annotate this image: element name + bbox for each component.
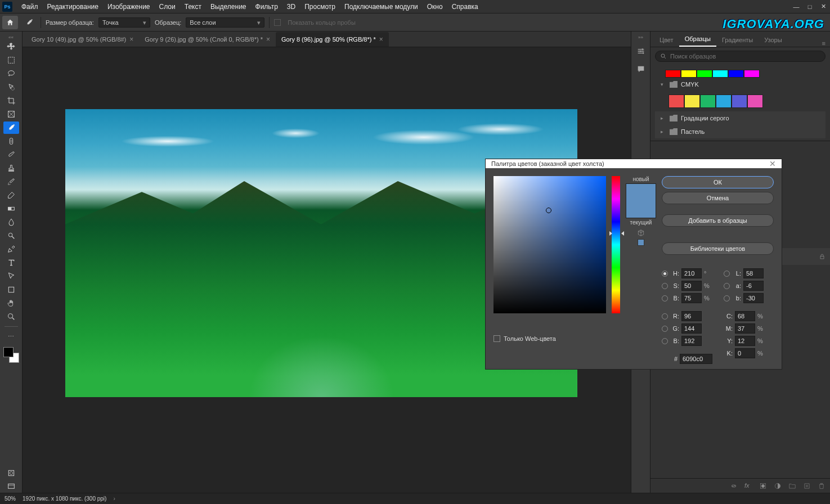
radio-a[interactable] [724,283,730,289]
tab-close-icon[interactable]: × [379,35,383,43]
radio-l[interactable] [724,271,730,277]
tab-patterns[interactable]: Узоры [759,33,787,47]
document-tab[interactable]: Gory 9 (26).jpg @ 50% (Слой 0, RGB/8*) *… [139,32,276,47]
swatch[interactable] [700,94,716,108]
menu-справка[interactable]: Справка [447,3,483,11]
mask-icon[interactable] [759,482,767,490]
color-swatch[interactable] [3,347,19,363]
g-input[interactable] [681,323,702,334]
swatch[interactable] [716,94,732,108]
radio-h[interactable] [662,271,668,277]
swatch-search[interactable] [655,51,825,62]
frame-tool[interactable] [3,108,19,120]
menu-выделение[interactable]: Выделение [206,3,251,11]
quick-select-tool[interactable] [3,81,19,93]
collapse-arrows-icon[interactable]: «« [0,35,22,39]
menu-редактирование[interactable]: Редактирование [43,3,103,11]
close-icon[interactable]: ✕ [769,159,776,168]
websafe-swatch[interactable] [638,239,644,246]
c-input[interactable] [735,311,755,321]
y-input[interactable] [735,336,755,346]
crop-tool[interactable] [3,94,19,107]
saturation-field[interactable] [493,176,606,313]
radio-b[interactable] [662,295,668,302]
b-input[interactable] [681,293,702,303]
hand-tool[interactable] [3,297,19,309]
add-swatch-button[interactable]: Добавить в образцы [662,214,774,227]
folder-pastel[interactable]: ▸ Пастель [655,125,825,138]
swatch[interactable] [669,94,684,108]
color-libraries-button[interactable]: Библиотеки цветов [662,242,774,255]
a-input[interactable] [743,281,764,291]
dialog-titlebar[interactable]: Палитра цветов (заказной цвет холста) ✕ [486,159,782,168]
adjustment-icon[interactable] [774,482,782,490]
shape-tool[interactable] [3,284,19,296]
zoom-tool[interactable] [3,310,19,323]
comments-icon[interactable] [634,62,648,76]
expand-icon[interactable]: »» [638,35,643,40]
checkbox-icon[interactable] [493,335,500,342]
document-tab[interactable]: Gory 10 (49).jpg @ 50% (RGB/8#)× [26,32,139,47]
menu-текст[interactable]: Текст [180,3,206,11]
dodge-tool[interactable] [3,230,19,242]
r-input[interactable] [681,311,702,321]
sample-size-select[interactable]: Точка [98,17,150,28]
chevron-right-icon[interactable]: › [113,496,115,502]
menu-просмотр[interactable]: Просмотр [300,3,340,11]
folder-cmyk[interactable]: ▾ CMYK [655,78,825,91]
marquee-tool[interactable] [3,54,19,66]
current-color[interactable] [626,201,656,218]
swatch[interactable] [712,70,728,78]
swatch[interactable] [744,70,760,78]
link-icon[interactable] [730,482,738,490]
history-brush-tool[interactable] [3,176,19,188]
move-tool[interactable] [3,40,19,53]
menu-файл[interactable]: Файл [17,3,43,11]
cancel-button[interactable]: Отмена [662,192,774,204]
hue-thumb[interactable] [609,231,624,236]
tab-color[interactable]: Цвет [654,33,679,47]
menu-подключаемые модули[interactable]: Подключаемые модули [340,3,423,11]
eraser-tool[interactable] [3,189,19,201]
show-ring-checkbox[interactable] [274,19,281,26]
ok-button[interactable]: ОК [662,176,774,188]
m-input[interactable] [735,323,755,334]
s-input[interactable] [681,281,702,291]
tab-swatches[interactable]: Образцы [679,32,716,47]
type-tool[interactable] [3,256,19,269]
pen-tool[interactable] [3,243,19,255]
tab-gradients[interactable]: Градиенты [716,33,759,47]
close-button[interactable]: ✕ [816,1,830,12]
lock-icon[interactable] [819,253,825,260]
path-select-tool[interactable] [3,270,19,282]
lasso-tool[interactable] [3,68,19,80]
edit-toolbar-button[interactable]: ⋯ [3,330,19,343]
delete-icon[interactable] [818,482,825,490]
swatch-search-input[interactable] [670,53,820,60]
sample-layers-select[interactable]: Все слои [186,17,264,28]
swatch[interactable] [732,94,747,108]
gradient-tool[interactable] [3,202,19,215]
healing-brush-tool[interactable] [3,135,19,147]
color-cursor[interactable] [546,208,551,213]
radio-r[interactable] [662,313,668,320]
home-button[interactable] [2,16,18,29]
folder-grayscale[interactable]: ▸ Градации серого [655,111,825,125]
group-icon[interactable] [788,482,796,490]
menu-3d[interactable]: 3D [282,3,300,11]
swatch[interactable] [681,70,697,78]
hex-input[interactable] [680,354,712,364]
stamp-tool[interactable] [3,162,19,174]
bl-input[interactable] [743,293,764,303]
menu-окно[interactable]: Окно [423,3,447,11]
radio-g[interactable] [662,326,668,332]
brush-tool[interactable] [3,148,19,161]
menu-изображение[interactable]: Изображение [103,3,155,11]
swatch[interactable] [697,70,712,78]
fx-icon[interactable]: fx [744,482,752,490]
panel-menu-icon[interactable]: ≡ [818,40,830,47]
swatch[interactable] [747,94,763,108]
bv-input[interactable] [681,336,702,346]
eyedropper-tool[interactable] [3,122,19,134]
web-only-checkbox[interactable]: Только Web-цвета [493,335,556,342]
